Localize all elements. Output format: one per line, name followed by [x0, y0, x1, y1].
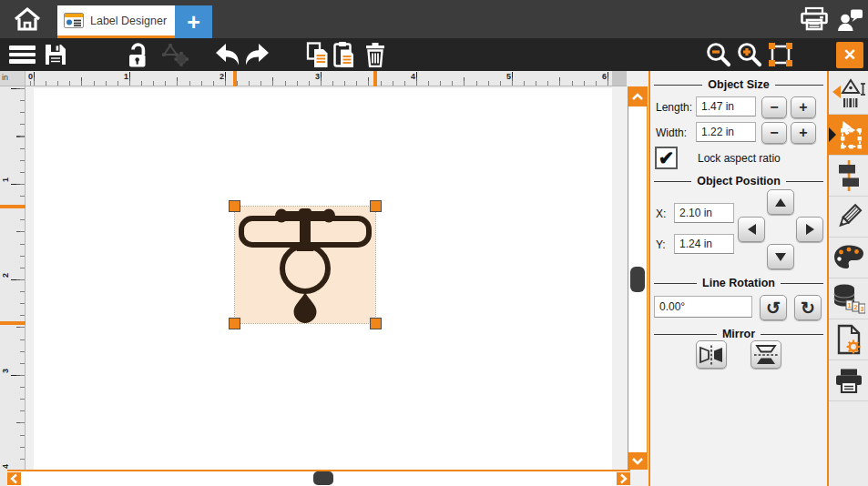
x-position-input[interactable] — [674, 203, 734, 223]
sidebar-item-print[interactable] — [829, 360, 868, 401]
scroll-left-button[interactable] — [7, 472, 21, 485]
label-document-icon — [64, 13, 84, 28]
mirror-vertical-button[interactable] — [751, 340, 781, 369]
sidebar-item-select[interactable] — [829, 115, 868, 156]
mirror-horizontal-button[interactable] — [696, 340, 727, 369]
selected-object[interactable] — [235, 207, 375, 323]
scroll-right-button[interactable] — [617, 472, 630, 485]
lock-toggle-button[interactable] — [122, 38, 151, 71]
svg-text:1: 1 — [847, 301, 851, 309]
copy-button[interactable] — [302, 38, 333, 71]
rotate-cw-icon: ↻ — [801, 298, 815, 319]
rotate-ccw-icon: ↺ — [766, 298, 781, 319]
tab-label-designer[interactable]: Label Designer — [57, 5, 175, 35]
zoom-out-icon — [705, 41, 732, 68]
chevron-up-icon — [631, 93, 644, 101]
gear-icon — [846, 340, 860, 354]
document-settings-icon — [835, 324, 863, 355]
support-contact-button[interactable] — [832, 0, 867, 38]
mirror-header: Mirror — [654, 328, 823, 340]
undo-icon — [213, 43, 240, 66]
nudge-right-button[interactable] — [796, 217, 823, 242]
ruler-top: 0123456 — [26, 71, 627, 86]
sidebar-item-color-palette[interactable] — [829, 238, 868, 278]
delete-button[interactable] — [361, 38, 390, 71]
resize-handle-ne[interactable] — [370, 200, 382, 212]
redo-button[interactable] — [242, 38, 273, 71]
home-button[interactable] — [7, 0, 47, 38]
sidebar-item-data-serialization[interactable]: 1 2 3 — [829, 278, 868, 319]
pencil-icon — [834, 202, 863, 231]
svg-text:3: 3 — [860, 305, 863, 313]
scroll-down-button[interactable] — [628, 452, 648, 470]
object-position-header: Object Position — [654, 175, 823, 187]
sidebar-item-insert-object[interactable] — [829, 74, 868, 115]
lock-aspect-ratio-checkbox[interactable] — [655, 147, 678, 169]
sidebar-item-align[interactable] — [829, 156, 868, 197]
close-icon: ✕ — [843, 46, 856, 65]
sidebar-item-draw[interactable] — [829, 197, 868, 238]
rotate-cw-button[interactable]: ↻ — [794, 295, 822, 320]
database-serialize-icon: 1 2 3 — [832, 283, 865, 314]
triangle-down-icon — [774, 252, 787, 262]
hamburger-icon — [9, 43, 36, 66]
width-decrease-button[interactable]: − — [761, 122, 787, 144]
shapes-nodes-icon — [161, 42, 190, 67]
new-tab-button[interactable]: + — [175, 5, 212, 38]
mirror-vertical-icon — [753, 344, 779, 366]
object-properties-panel: Object Size Length: − + Width: − + Lock … — [648, 71, 827, 486]
zoom-out-button[interactable] — [703, 38, 734, 71]
resize-handle-nw[interactable] — [229, 200, 240, 212]
save-button[interactable] — [40, 38, 71, 71]
width-label: Width: — [656, 127, 687, 139]
width-increase-button[interactable]: + — [791, 122, 816, 144]
print-preview-button[interactable] — [796, 0, 832, 38]
zoom-in-button[interactable] — [734, 38, 765, 71]
resize-handle-se[interactable] — [370, 318, 382, 329]
paste-button[interactable] — [330, 38, 359, 71]
undo-button[interactable] — [211, 38, 242, 71]
object-size-header: Object Size — [654, 78, 823, 91]
active-tool-wedge — [829, 127, 836, 142]
width-input[interactable] — [696, 122, 756, 142]
resize-handle-sw[interactable] — [229, 318, 240, 329]
zoom-fit-button[interactable] — [765, 38, 796, 71]
triangle-right-icon — [805, 223, 815, 236]
minus-icon: − — [770, 99, 778, 116]
x-label: X: — [656, 208, 666, 220]
paste-icon — [333, 41, 355, 68]
chevron-right-icon — [619, 473, 628, 484]
rotate-ccw-button[interactable]: ↺ — [760, 295, 787, 320]
y-label: Y: — [656, 238, 666, 251]
mirror-horizontal-icon — [699, 345, 724, 365]
minus-icon: − — [770, 125, 778, 141]
close-panel-button[interactable]: ✕ — [836, 42, 863, 68]
zoom-in-icon — [736, 41, 763, 68]
length-label: Length: — [656, 101, 692, 114]
fit-selection-icon — [768, 42, 793, 67]
ruler-object-marker — [373, 71, 377, 86]
length-decrease-button[interactable]: − — [761, 96, 787, 118]
length-input[interactable] — [696, 96, 756, 116]
y-position-input[interactable] — [674, 234, 734, 254]
save-icon — [44, 43, 67, 66]
ruler-object-marker — [0, 205, 26, 208]
insert-object-icon — [832, 78, 866, 109]
nudge-down-button[interactable] — [767, 244, 794, 269]
sidebar-item-label-setup[interactable] — [829, 319, 868, 360]
triangle-left-icon — [747, 223, 757, 236]
menu-button[interactable] — [5, 38, 38, 71]
ruler-top-overflow — [612, 71, 627, 86]
horizontal-scroll-thumb[interactable] — [313, 471, 333, 485]
rotation-input[interactable] — [654, 296, 752, 318]
select-tool-icon — [834, 120, 863, 149]
triangle-up-icon — [774, 197, 787, 208]
chevron-down-icon — [631, 457, 644, 465]
scroll-up-button[interactable] — [628, 86, 648, 106]
nudge-left-button[interactable] — [738, 217, 765, 242]
length-increase-button[interactable]: + — [791, 96, 816, 118]
svg-text:2: 2 — [853, 303, 857, 311]
vertical-scroll-thumb[interactable] — [630, 267, 645, 292]
home-icon — [12, 5, 43, 33]
nudge-up-button[interactable] — [767, 189, 794, 215]
